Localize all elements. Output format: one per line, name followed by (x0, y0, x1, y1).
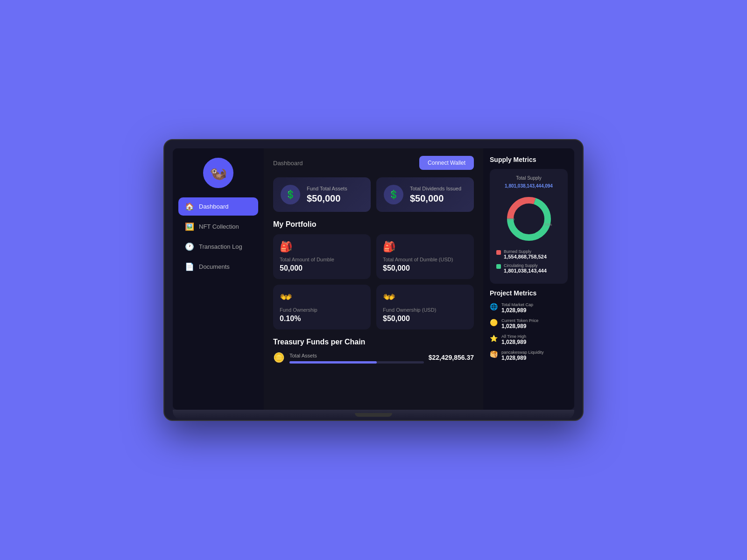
transaction-log-icon: 🕐 (185, 242, 194, 251)
treasury-label: Total Assets (289, 353, 317, 358)
laptop-notch (355, 413, 392, 417)
total-supply-value: 1,801,038,143,444,094 (496, 183, 561, 189)
svg-text:30%: 30% (507, 217, 514, 221)
treasury-bar-fill (289, 361, 377, 364)
project-metrics-list: 🌐 Total Market Cap 1,028,989 🟡 Current T… (490, 302, 568, 361)
burned-supply-value: 1,554,868,758,524 (504, 254, 547, 259)
circulating-supply-legend: Circulating Supply 1,801,038,143,444 (496, 263, 561, 273)
pancakeswap-liquidity-value: 1,028,989 (501, 355, 544, 361)
total-dividends-icon: 💲 (384, 185, 403, 204)
total-supply-label: Total Supply (496, 175, 561, 181)
avatar-emoji: 🦦 (210, 165, 227, 181)
sidebar-item-dashboard-label: Dashboard (199, 203, 229, 210)
stat-card-total-dividends: 💲 Total Dividends Issued $50,000 (376, 177, 474, 212)
burned-supply-label: Burned Supply (504, 249, 547, 254)
treasury-row: 🪙 Total Assets $22,429,856.37 (273, 351, 474, 364)
portfolio-card-fund-ownership: 👐 Fund Ownership 0.10% (273, 285, 371, 329)
pancakeswap-liquidity-icon: 🥞 (490, 350, 498, 358)
portfolio-title: My Portfolio (273, 220, 474, 229)
metric-all-time-high: ⭐ All Time High 1,028,989 (490, 334, 568, 345)
fund-ownership-usd-icon: 👐 (383, 291, 467, 303)
treasury-info: Total Assets (289, 351, 424, 364)
sidebar: 🦦 🏠 Dashboard 🖼️ NFT Collection 🕐 Transa… (173, 148, 264, 410)
header: Dashboard Connect Wallet (273, 156, 474, 170)
stat-card-fund-total-assets: 💲 Fund Total Assets $50,000 (273, 177, 371, 212)
sidebar-item-documents-label: Documents (199, 263, 230, 270)
laptop-frame: 🦦 🏠 Dashboard 🖼️ NFT Collection 🕐 Transa… (163, 139, 584, 421)
circulating-supply-info: Circulating Supply 1,801,038,143,444 (504, 263, 547, 273)
svg-text:70%: 70% (544, 223, 552, 227)
sidebar-item-transaction-log-label: Transaction Log (199, 243, 242, 250)
fund-total-assets-label: Fund Total Assets (307, 186, 347, 191)
circulating-supply-dot (496, 264, 501, 269)
documents-icon: 📄 (185, 262, 194, 271)
donut-chart: 30% 70% (496, 193, 561, 245)
treasury-amount: $22,429,856.37 (429, 354, 474, 361)
nft-collection-icon: 🖼️ (185, 222, 194, 231)
sidebar-item-nft-collection-label: NFT Collection (199, 223, 239, 230)
sidebar-item-dashboard[interactable]: 🏠 Dashboard (178, 197, 258, 216)
right-panel: Supply Metrics Total Supply 1,801,038,14… (483, 148, 574, 410)
treasury-bar (289, 361, 424, 364)
burned-supply-dot (496, 250, 501, 255)
burned-supply-info: Burned Supply 1,554,868,758,524 (504, 249, 547, 259)
circulating-supply-value: 1,801,038,143,444 (504, 268, 547, 273)
total-dumble-label: Total Amount of Dumble (280, 257, 364, 262)
circulating-supply-label: Circulating Supply (504, 263, 547, 268)
fund-ownership-value: 0.10% (280, 315, 364, 323)
page-title: Dashboard (273, 160, 303, 167)
all-time-high-info: All Time High 1,028,989 (501, 334, 526, 345)
avatar: 🦦 (203, 158, 233, 188)
current-token-price-info: Current Token Price 1,028,989 (501, 318, 538, 329)
sidebar-item-documents[interactable]: 📄 Documents (178, 258, 258, 276)
home-icon: 🏠 (185, 202, 194, 211)
all-time-high-icon: ⭐ (490, 335, 498, 342)
all-time-high-label: All Time High (501, 334, 526, 339)
total-dividends-value: $50,000 (410, 193, 461, 204)
portfolio-card-total-dumble-usd: 🎒 Total Amount of Dumble (USD) $50,000 (376, 234, 474, 279)
total-market-cap-value: 1,028,989 (501, 307, 533, 314)
fund-ownership-label: Fund Ownership (280, 307, 364, 313)
fund-total-assets-info: Fund Total Assets $50,000 (307, 186, 347, 204)
total-dumble-usd-label: Total Amount of Dumble (USD) (383, 257, 467, 262)
total-market-cap-icon: 🌐 (490, 303, 498, 310)
treasury-icon: 🪙 (273, 352, 285, 363)
total-market-cap-info: Total Market Cap 1,028,989 (501, 302, 533, 314)
fund-ownership-usd-value: $50,000 (383, 315, 467, 323)
current-token-price-value: 1,028,989 (501, 323, 538, 329)
current-token-price-icon: 🟡 (490, 319, 498, 326)
laptop-screen: 🦦 🏠 Dashboard 🖼️ NFT Collection 🕐 Transa… (173, 148, 574, 410)
main-content: Dashboard Connect Wallet 💲 Fund Total As… (264, 148, 483, 410)
current-token-price-label: Current Token Price (501, 318, 538, 323)
portfolio-card-fund-ownership-usd: 👐 Fund Ownership (USD) $50,000 (376, 285, 474, 329)
pancakeswap-liquidity-label: pancakeswap Liquidity (501, 350, 544, 355)
stat-cards-top: 💲 Fund Total Assets $50,000 💲 Total Divi… (273, 177, 474, 212)
supply-legend: Burned Supply 1,554,868,758,524 Circulat… (496, 249, 561, 273)
pancakeswap-liquidity-info: pancakeswap Liquidity 1,028,989 (501, 350, 544, 361)
portfolio-grid: 🎒 Total Amount of Dumble 50,000 🎒 Total … (273, 234, 474, 329)
project-metrics-title: Project Metrics (490, 289, 568, 297)
donut-container: Total Supply 1,801,038,143,444,094 30% 7… (490, 169, 568, 284)
metric-pancakeswap-liquidity: 🥞 pancakeswap Liquidity 1,028,989 (490, 350, 568, 361)
metric-total-market-cap: 🌐 Total Market Cap 1,028,989 (490, 302, 568, 314)
total-dividends-info: Total Dividends Issued $50,000 (410, 186, 461, 204)
fund-total-assets-icon: 💲 (281, 185, 300, 204)
portfolio-card-total-dumble: 🎒 Total Amount of Dumble 50,000 (273, 234, 371, 279)
sidebar-item-nft-collection[interactable]: 🖼️ NFT Collection (178, 217, 258, 236)
total-dumble-usd-icon: 🎒 (383, 241, 467, 253)
treasury-title: Treasury Funds per Chain (273, 338, 474, 346)
fund-total-assets-value: $50,000 (307, 193, 347, 204)
total-dumble-value: 50,000 (280, 264, 364, 273)
all-time-high-value: 1,028,989 (501, 339, 526, 345)
metric-current-token-price: 🟡 Current Token Price 1,028,989 (490, 318, 568, 329)
sidebar-item-transaction-log[interactable]: 🕐 Transaction Log (178, 238, 258, 256)
supply-metrics-title: Supply Metrics (490, 156, 568, 163)
total-dividends-label: Total Dividends Issued (410, 186, 461, 191)
total-dumble-icon: 🎒 (280, 241, 364, 253)
fund-ownership-icon: 👐 (280, 291, 364, 303)
total-dumble-usd-value: $50,000 (383, 264, 467, 273)
burned-supply-legend: Burned Supply 1,554,868,758,524 (496, 249, 561, 259)
laptop-bottom (173, 410, 574, 420)
total-market-cap-label: Total Market Cap (501, 302, 533, 307)
connect-wallet-button[interactable]: Connect Wallet (419, 156, 474, 170)
